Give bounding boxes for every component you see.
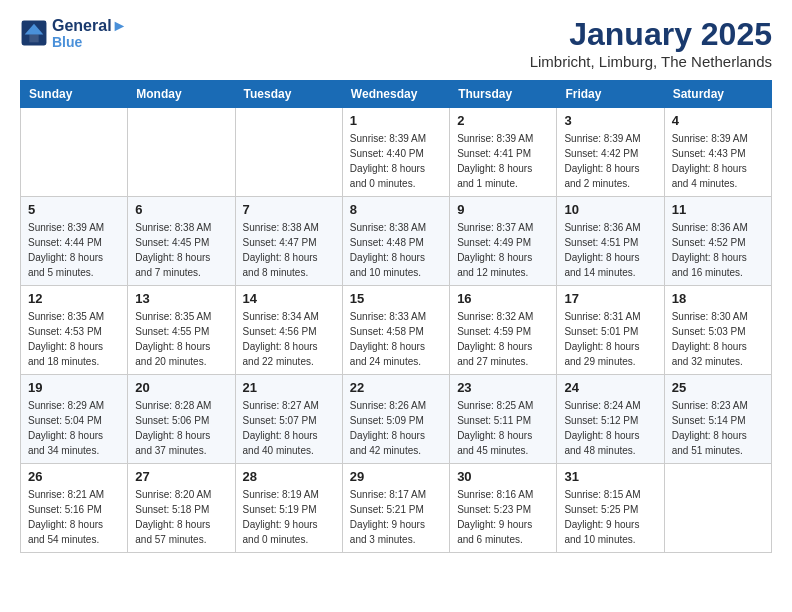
calendar-day-cell [235, 108, 342, 197]
day-number: 19 [28, 380, 120, 395]
calendar-day-cell: 2Sunrise: 8:39 AM Sunset: 4:41 PM Daylig… [450, 108, 557, 197]
day-number: 5 [28, 202, 120, 217]
title-block: January 2025 Limbricht, Limburg, The Net… [530, 16, 772, 70]
calendar-day-cell: 22Sunrise: 8:26 AM Sunset: 5:09 PM Dayli… [342, 375, 449, 464]
calendar-day-cell: 14Sunrise: 8:34 AM Sunset: 4:56 PM Dayli… [235, 286, 342, 375]
day-number: 23 [457, 380, 549, 395]
day-number: 17 [564, 291, 656, 306]
day-detail: Sunrise: 8:16 AM Sunset: 5:23 PM Dayligh… [457, 487, 549, 547]
weekday-header: Saturday [664, 81, 771, 108]
day-detail: Sunrise: 8:19 AM Sunset: 5:19 PM Dayligh… [243, 487, 335, 547]
calendar-day-cell: 30Sunrise: 8:16 AM Sunset: 5:23 PM Dayli… [450, 464, 557, 553]
calendar-day-cell: 17Sunrise: 8:31 AM Sunset: 5:01 PM Dayli… [557, 286, 664, 375]
logo: General► Blue [20, 16, 127, 49]
calendar-day-cell: 29Sunrise: 8:17 AM Sunset: 5:21 PM Dayli… [342, 464, 449, 553]
calendar-day-cell: 20Sunrise: 8:28 AM Sunset: 5:06 PM Dayli… [128, 375, 235, 464]
calendar-day-cell: 7Sunrise: 8:38 AM Sunset: 4:47 PM Daylig… [235, 197, 342, 286]
day-detail: Sunrise: 8:39 AM Sunset: 4:41 PM Dayligh… [457, 131, 549, 191]
day-detail: Sunrise: 8:32 AM Sunset: 4:59 PM Dayligh… [457, 309, 549, 369]
calendar-day-cell [21, 108, 128, 197]
weekday-header: Sunday [21, 81, 128, 108]
calendar-day-cell: 21Sunrise: 8:27 AM Sunset: 5:07 PM Dayli… [235, 375, 342, 464]
calendar-day-cell [128, 108, 235, 197]
calendar-week-row: 26Sunrise: 8:21 AM Sunset: 5:16 PM Dayli… [21, 464, 772, 553]
day-number: 27 [135, 469, 227, 484]
weekday-header: Thursday [450, 81, 557, 108]
day-number: 18 [672, 291, 764, 306]
month-title: January 2025 [530, 16, 772, 53]
calendar-day-cell: 10Sunrise: 8:36 AM Sunset: 4:51 PM Dayli… [557, 197, 664, 286]
weekday-header: Friday [557, 81, 664, 108]
day-number: 7 [243, 202, 335, 217]
calendar-day-cell: 8Sunrise: 8:38 AM Sunset: 4:48 PM Daylig… [342, 197, 449, 286]
logo-text: General► Blue [52, 16, 127, 49]
day-detail: Sunrise: 8:21 AM Sunset: 5:16 PM Dayligh… [28, 487, 120, 547]
day-number: 1 [350, 113, 442, 128]
svg-rect-2 [29, 34, 38, 42]
weekday-header: Monday [128, 81, 235, 108]
day-number: 4 [672, 113, 764, 128]
calendar-day-cell [664, 464, 771, 553]
day-number: 24 [564, 380, 656, 395]
day-number: 6 [135, 202, 227, 217]
day-number: 2 [457, 113, 549, 128]
calendar-day-cell: 28Sunrise: 8:19 AM Sunset: 5:19 PM Dayli… [235, 464, 342, 553]
day-detail: Sunrise: 8:23 AM Sunset: 5:14 PM Dayligh… [672, 398, 764, 458]
day-number: 11 [672, 202, 764, 217]
day-number: 3 [564, 113, 656, 128]
calendar-day-cell: 23Sunrise: 8:25 AM Sunset: 5:11 PM Dayli… [450, 375, 557, 464]
calendar-day-cell: 9Sunrise: 8:37 AM Sunset: 4:49 PM Daylig… [450, 197, 557, 286]
calendar-day-cell: 6Sunrise: 8:38 AM Sunset: 4:45 PM Daylig… [128, 197, 235, 286]
day-detail: Sunrise: 8:29 AM Sunset: 5:04 PM Dayligh… [28, 398, 120, 458]
calendar-day-cell: 15Sunrise: 8:33 AM Sunset: 4:58 PM Dayli… [342, 286, 449, 375]
day-detail: Sunrise: 8:27 AM Sunset: 5:07 PM Dayligh… [243, 398, 335, 458]
day-number: 21 [243, 380, 335, 395]
calendar-day-cell: 27Sunrise: 8:20 AM Sunset: 5:18 PM Dayli… [128, 464, 235, 553]
calendar-week-row: 1Sunrise: 8:39 AM Sunset: 4:40 PM Daylig… [21, 108, 772, 197]
day-detail: Sunrise: 8:36 AM Sunset: 4:52 PM Dayligh… [672, 220, 764, 280]
weekday-header-row: SundayMondayTuesdayWednesdayThursdayFrid… [21, 81, 772, 108]
day-number: 10 [564, 202, 656, 217]
day-detail: Sunrise: 8:38 AM Sunset: 4:48 PM Dayligh… [350, 220, 442, 280]
calendar-day-cell: 24Sunrise: 8:24 AM Sunset: 5:12 PM Dayli… [557, 375, 664, 464]
day-detail: Sunrise: 8:26 AM Sunset: 5:09 PM Dayligh… [350, 398, 442, 458]
day-detail: Sunrise: 8:37 AM Sunset: 4:49 PM Dayligh… [457, 220, 549, 280]
day-detail: Sunrise: 8:24 AM Sunset: 5:12 PM Dayligh… [564, 398, 656, 458]
day-detail: Sunrise: 8:36 AM Sunset: 4:51 PM Dayligh… [564, 220, 656, 280]
day-detail: Sunrise: 8:38 AM Sunset: 4:47 PM Dayligh… [243, 220, 335, 280]
day-detail: Sunrise: 8:39 AM Sunset: 4:44 PM Dayligh… [28, 220, 120, 280]
day-detail: Sunrise: 8:35 AM Sunset: 4:55 PM Dayligh… [135, 309, 227, 369]
calendar-day-cell: 3Sunrise: 8:39 AM Sunset: 4:42 PM Daylig… [557, 108, 664, 197]
day-number: 28 [243, 469, 335, 484]
day-number: 13 [135, 291, 227, 306]
calendar-day-cell: 16Sunrise: 8:32 AM Sunset: 4:59 PM Dayli… [450, 286, 557, 375]
weekday-header: Wednesday [342, 81, 449, 108]
calendar-day-cell: 13Sunrise: 8:35 AM Sunset: 4:55 PM Dayli… [128, 286, 235, 375]
page-header: General► Blue January 2025 Limbricht, Li… [20, 16, 772, 70]
day-detail: Sunrise: 8:39 AM Sunset: 4:42 PM Dayligh… [564, 131, 656, 191]
logo-icon [20, 19, 48, 47]
day-number: 22 [350, 380, 442, 395]
day-number: 20 [135, 380, 227, 395]
day-detail: Sunrise: 8:33 AM Sunset: 4:58 PM Dayligh… [350, 309, 442, 369]
day-number: 16 [457, 291, 549, 306]
day-number: 12 [28, 291, 120, 306]
calendar-table: SundayMondayTuesdayWednesdayThursdayFrid… [20, 80, 772, 553]
calendar-day-cell: 25Sunrise: 8:23 AM Sunset: 5:14 PM Dayli… [664, 375, 771, 464]
day-number: 8 [350, 202, 442, 217]
calendar-day-cell: 11Sunrise: 8:36 AM Sunset: 4:52 PM Dayli… [664, 197, 771, 286]
day-detail: Sunrise: 8:35 AM Sunset: 4:53 PM Dayligh… [28, 309, 120, 369]
day-detail: Sunrise: 8:39 AM Sunset: 4:43 PM Dayligh… [672, 131, 764, 191]
day-number: 14 [243, 291, 335, 306]
calendar-day-cell: 26Sunrise: 8:21 AM Sunset: 5:16 PM Dayli… [21, 464, 128, 553]
day-detail: Sunrise: 8:38 AM Sunset: 4:45 PM Dayligh… [135, 220, 227, 280]
weekday-header: Tuesday [235, 81, 342, 108]
day-detail: Sunrise: 8:17 AM Sunset: 5:21 PM Dayligh… [350, 487, 442, 547]
calendar-day-cell: 19Sunrise: 8:29 AM Sunset: 5:04 PM Dayli… [21, 375, 128, 464]
calendar-week-row: 19Sunrise: 8:29 AM Sunset: 5:04 PM Dayli… [21, 375, 772, 464]
day-detail: Sunrise: 8:34 AM Sunset: 4:56 PM Dayligh… [243, 309, 335, 369]
day-number: 31 [564, 469, 656, 484]
day-detail: Sunrise: 8:25 AM Sunset: 5:11 PM Dayligh… [457, 398, 549, 458]
calendar-day-cell: 5Sunrise: 8:39 AM Sunset: 4:44 PM Daylig… [21, 197, 128, 286]
day-detail: Sunrise: 8:39 AM Sunset: 4:40 PM Dayligh… [350, 131, 442, 191]
